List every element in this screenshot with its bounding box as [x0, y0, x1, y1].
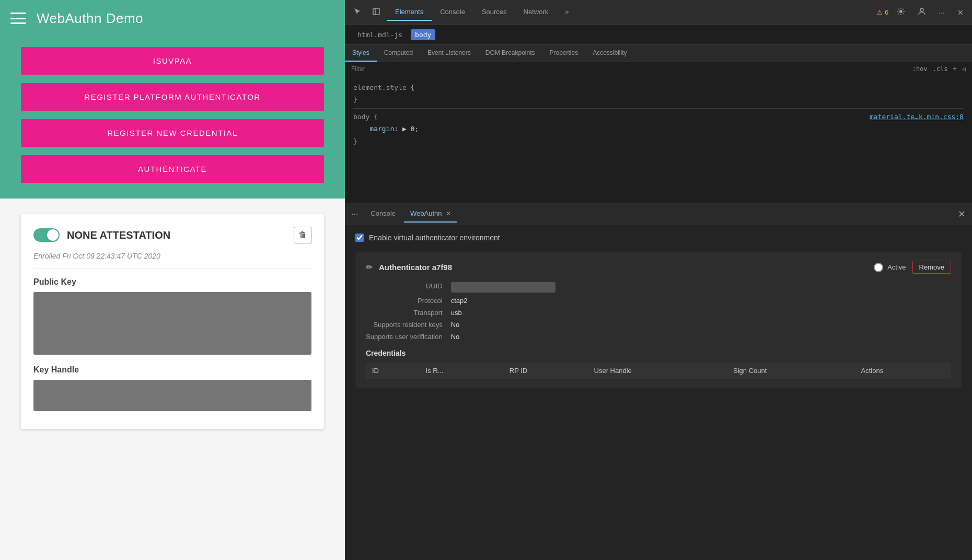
transport-value: usb	[451, 309, 951, 317]
drawer-tab-webauthn[interactable]: WebAuthn ✕	[404, 205, 457, 223]
devtools-panel: Elements Console Sources Network » ⚠ 6 ·…	[345, 0, 972, 560]
subtab-accessibility[interactable]: Accessibility	[585, 45, 634, 62]
col-rp-id: RP ID	[503, 363, 588, 379]
active-label: Active	[887, 263, 906, 271]
subtab-styles[interactable]: Styles	[345, 45, 377, 62]
body-margin-line: margin: ▶ 0;	[353, 123, 964, 135]
styles-sub-tabs: Styles Computed Event Listeners DOM Brea…	[345, 45, 972, 62]
devtools-tabs: Elements Console Sources Network »	[387, 4, 577, 21]
body-rule-line: body { material.te…k.min.css:8	[353, 111, 964, 123]
toggle-container: NONE ATTESTATION	[33, 228, 170, 242]
public-key-label: Public Key	[33, 277, 311, 287]
cursor-icon-btn[interactable]	[349, 4, 366, 20]
tab-sources[interactable]: Sources	[473, 4, 515, 21]
uuid-label: UUID	[366, 282, 443, 293]
credentials-section: Credentials ID Is R... RP ID User Handle…	[366, 349, 951, 379]
active-radio[interactable]	[874, 263, 883, 272]
warning-badge[interactable]: ⚠ 6	[876, 8, 888, 16]
active-section: Active	[874, 263, 906, 272]
credentials-table: ID Is R... RP ID User Handle Sign Count …	[366, 363, 951, 379]
svg-rect-0	[373, 8, 379, 15]
drawer-dots[interactable]: ···	[351, 209, 358, 219]
remove-authenticator-btn[interactable]: Remove	[912, 261, 951, 274]
enable-virtual-label: Enable virtual authenticator environment	[369, 234, 500, 242]
user-icon-btn[interactable]	[913, 4, 930, 20]
styles-code-block: element.style { } body { material.te…k.m…	[345, 76, 972, 153]
trash-icon: 🗑	[298, 230, 307, 239]
hamburger-icon[interactable]	[10, 13, 26, 24]
warning-count: 6	[885, 8, 888, 16]
html-tags-row: html.mdl-js body	[345, 25, 972, 45]
elements-section: html.mdl-js body Styles Computed Event L…	[345, 25, 972, 203]
col-sign-count: Sign Count	[727, 363, 854, 379]
user-verification-label: Supports user verification	[366, 333, 443, 341]
subtab-event-listeners[interactable]: Event Listeners	[420, 45, 478, 62]
cls-button[interactable]: .cls	[933, 65, 948, 73]
register-platform-button[interactable]: REGISTER PLATFORM AUTHENTICATOR	[21, 83, 324, 111]
svg-point-3	[920, 8, 923, 11]
webauthn-content: Enable virtual authenticator environment…	[345, 225, 972, 560]
resident-keys-label: Supports resident keys	[366, 321, 443, 329]
topbar-right: ⚠ 6 ··· ✕	[876, 4, 968, 20]
app-header: WebAuthn Demo	[0, 0, 345, 37]
authenticate-button[interactable]: AUTHENTICATE	[21, 155, 324, 183]
drawer-close-btn[interactable]: ✕	[958, 208, 966, 220]
isuvpaa-button[interactable]: ISUVPAA	[21, 47, 324, 75]
col-id: ID	[366, 363, 419, 379]
protocol-label: Protocol	[366, 297, 443, 305]
element-style-close: }	[353, 94, 964, 106]
html-tag-body[interactable]: body	[411, 29, 435, 40]
edit-icon[interactable]: ✏	[366, 262, 373, 272]
credential-card: NONE ATTESTATION 🗑 Enrolled Fri Oct 09 2…	[21, 214, 324, 429]
tab-console[interactable]: Console	[432, 4, 473, 21]
drawer-tab-console[interactable]: Console	[364, 205, 402, 223]
credential-name: NONE ATTESTATION	[67, 229, 170, 241]
auth-properties: UUID Protocol ctap2 Transport usb Suppor…	[366, 282, 951, 341]
collapse-btn[interactable]: ◁	[962, 65, 966, 73]
webauthn-drawer: ··· Console WebAuthn ✕ ✕ Enable virtual …	[345, 203, 972, 560]
user-verification-value: No	[451, 333, 951, 341]
devtools-topbar: Elements Console Sources Network » ⚠ 6 ·…	[345, 0, 972, 25]
buttons-section: ISUVPAA REGISTER PLATFORM AUTHENTICATOR …	[0, 37, 345, 199]
key-handle-label: Key Handle	[33, 365, 311, 375]
hov-button[interactable]: :hov	[912, 65, 928, 73]
warning-icon: ⚠	[876, 8, 883, 16]
subtab-properties[interactable]: Properties	[542, 45, 585, 62]
col-actions: Actions	[855, 363, 952, 379]
settings-icon-btn[interactable]	[893, 4, 909, 20]
filter-actions: :hov .cls + ◁	[912, 65, 966, 73]
more-options-btn[interactable]: ···	[934, 5, 949, 20]
css-source-link[interactable]: material.te…k.min.css:8	[870, 111, 964, 123]
col-user-handle: User Handle	[588, 363, 727, 379]
register-new-credential-button[interactable]: REGISTER NEW CREDENTIAL	[21, 119, 324, 147]
subtab-dom-breakpoints[interactable]: DOM Breakpoints	[478, 45, 542, 62]
webauthn-tab-close[interactable]: ✕	[446, 210, 451, 217]
tab-network[interactable]: Network	[515, 4, 557, 21]
html-tag-html[interactable]: html.mdl-js	[353, 29, 407, 40]
delete-credential-button[interactable]: 🗑	[294, 227, 311, 243]
public-key-data	[33, 292, 311, 355]
add-style-btn[interactable]: +	[953, 65, 957, 73]
inspect-icon-btn[interactable]	[368, 4, 385, 20]
drawer-tabs: ··· Console WebAuthn ✕ ✕	[345, 203, 972, 225]
left-panel: WebAuthn Demo ISUVPAA REGISTER PLATFORM …	[0, 0, 345, 560]
tab-more[interactable]: »	[557, 4, 577, 21]
tab-elements[interactable]: Elements	[387, 4, 432, 21]
filter-bar: :hov .cls + ◁	[345, 62, 972, 76]
col-is-r: Is R...	[419, 363, 503, 379]
credentials-table-header: ID Is R... RP ID User Handle Sign Count …	[366, 363, 951, 379]
enable-virtual-checkbox[interactable]	[355, 234, 364, 242]
attestation-toggle[interactable]	[33, 228, 60, 242]
filter-input[interactable]	[351, 65, 908, 73]
auth-card-header: ✏ Authenticator a7f98 Active Remove	[366, 261, 951, 274]
key-handle-data	[33, 380, 311, 411]
subtab-computed[interactable]: Computed	[377, 45, 420, 62]
authenticator-card: ✏ Authenticator a7f98 Active Remove UUID…	[355, 252, 962, 388]
credentials-title: Credentials	[366, 349, 951, 357]
card-header: NONE ATTESTATION 🗑	[33, 227, 311, 243]
body-rule-close: }	[353, 135, 964, 147]
enrolled-date: Enrolled Fri Oct 09 22:43:47 UTC 2020	[33, 252, 311, 269]
close-devtools-btn[interactable]: ✕	[953, 5, 968, 20]
uuid-value-bar	[451, 282, 556, 293]
enable-virtual-row: Enable virtual authenticator environment	[355, 234, 962, 242]
